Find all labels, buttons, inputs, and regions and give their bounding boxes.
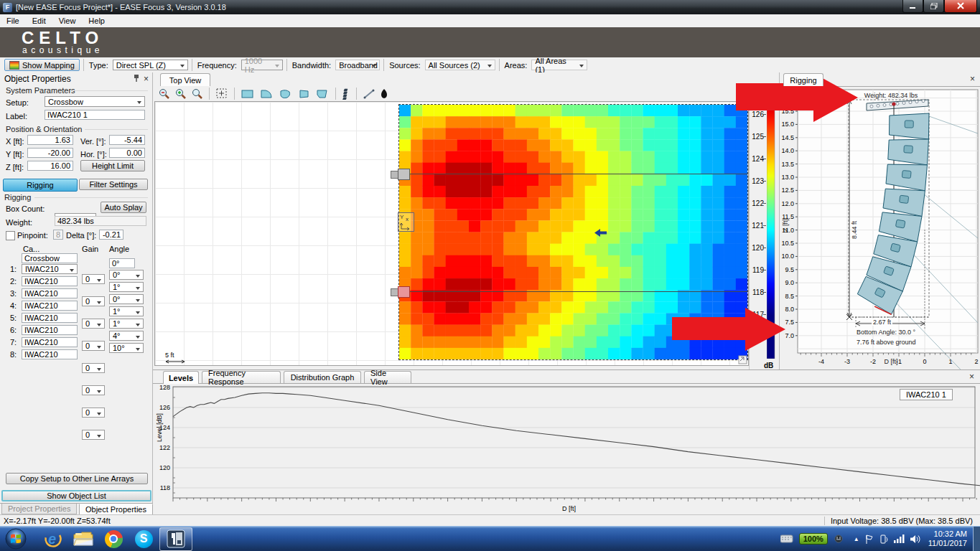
menu-file[interactable]: File — [0, 14, 26, 27]
bottom-tab-object-properties[interactable]: Object Properties — [79, 504, 153, 515]
listener-line-1[interactable] — [399, 174, 747, 174]
tab-rigging-view[interactable]: Rigging — [783, 73, 823, 86]
subwoofer-tool-icon[interactable] — [381, 88, 388, 99]
taskbar-clock[interactable]: 10:32 AM 11/01/2017 — [928, 529, 967, 548]
show-desktop-button[interactable] — [973, 527, 980, 551]
tab-top-view[interactable]: Top View — [160, 73, 210, 86]
zoom-window-icon[interactable] — [159, 88, 169, 99]
zoom-in-icon[interactable] — [175, 88, 186, 99]
array-name-input[interactable]: Crossbow — [22, 253, 78, 263]
tray-keyboard-icon[interactable] — [780, 534, 793, 543]
line1-handle[interactable] — [398, 169, 410, 180]
menu-help[interactable]: Help — [82, 14, 111, 27]
taskbar-skype[interactable]: S — [129, 527, 158, 551]
tab-side-view[interactable]: Side View — [364, 371, 411, 383]
tray-action-center-icon[interactable] — [865, 534, 874, 544]
zoom-out-icon[interactable] — [192, 88, 202, 99]
menu-edit[interactable]: Edit — [26, 14, 52, 27]
x-input[interactable]: 1.63 — [27, 135, 73, 145]
pin-icon[interactable] — [134, 75, 139, 83]
line2-handle[interactable] — [398, 286, 410, 298]
cabinet-model-4[interactable]: IWAC210 — [22, 301, 78, 311]
setup-dropdown[interactable]: Crossbow — [45, 96, 145, 107]
angle-input-top[interactable]: 0° — [109, 258, 135, 268]
rigging-close-icon[interactable]: × — [970, 74, 975, 84]
splay-angle-dropdown-2[interactable]: 1° — [109, 282, 144, 292]
cabinet-model-5[interactable]: IWAC210 — [22, 313, 78, 323]
taskbar-file-explorer[interactable] — [69, 527, 98, 551]
curved-area-icon[interactable] — [279, 89, 291, 99]
taskbar-chrome[interactable] — [99, 527, 128, 551]
delta-input[interactable]: -0.21 — [99, 230, 123, 240]
tray-device-icon[interactable] — [879, 534, 888, 544]
cabinet-model-8[interactable]: IWAC210 — [22, 349, 78, 359]
tray-volume-icon[interactable] — [910, 534, 921, 544]
menu-view[interactable]: View — [52, 14, 83, 27]
splay-angle-dropdown-4[interactable]: 1° — [109, 306, 144, 316]
gain-dropdown-2[interactable]: 0 — [82, 296, 105, 306]
gain-dropdown-3[interactable]: 0 — [82, 319, 105, 329]
tray-network-icon[interactable] — [894, 534, 905, 543]
copy-setup-button[interactable]: Copy Setup to Other Line Arrays — [6, 473, 148, 484]
z-input[interactable]: 16.00 — [27, 161, 73, 171]
splay-angle-dropdown-5[interactable]: 1° — [109, 319, 144, 329]
cabinet-model-6[interactable]: IWAC210 — [22, 325, 78, 335]
bottom-tab-project-properties[interactable]: Project Properties — [1, 504, 77, 514]
bandwidth-dropdown[interactable]: Broadband — [335, 60, 380, 70]
taskbar-ease-focus[interactable] — [159, 527, 192, 551]
ver-input[interactable]: -5.44 — [109, 135, 145, 145]
cabinet-model-1[interactable]: IWAC210 — [22, 264, 78, 274]
quarter-area-icon[interactable] — [260, 89, 273, 99]
line-array-tool-icon[interactable] — [342, 88, 350, 100]
minimize-button[interactable] — [902, 0, 923, 13]
cabinet-model-3[interactable]: IWAC210 — [22, 288, 78, 298]
show-mapping-button[interactable]: Show Mapping — [4, 59, 80, 71]
levels-close-icon[interactable]: × — [969, 372, 974, 382]
gain-dropdown-1[interactable]: 0 — [82, 274, 105, 284]
cabinet-model-2[interactable]: IWAC210 — [22, 276, 78, 286]
gain-dropdown-7[interactable]: 0 — [82, 408, 105, 418]
trapezoid-area-icon[interactable] — [297, 89, 310, 99]
gain-dropdown-5[interactable]: 0 — [82, 363, 105, 373]
taskbar-internet-explorer[interactable]: e — [39, 527, 67, 551]
cabinet-model-7[interactable]: IWAC210 — [22, 337, 78, 347]
tray-power-plug-icon[interactable] — [834, 534, 844, 543]
auto-splay-button[interactable]: Auto Splay — [101, 202, 146, 213]
measure-tool-icon[interactable] — [363, 89, 375, 99]
close-button[interactable] — [944, 0, 977, 13]
origin-marker[interactable]: Y x — [398, 212, 414, 232]
spl-map[interactable]: Y x — [398, 104, 748, 360]
tray-battery-indicator[interactable]: 100% — [799, 533, 828, 545]
tray-expand-icon[interactable]: ▲ — [854, 536, 859, 542]
areas-dropdown[interactable]: All Areas (1) — [531, 60, 587, 70]
restore-button[interactable] — [923, 0, 944, 13]
splay-angle-dropdown-1[interactable]: 0° — [109, 270, 144, 280]
gain-dropdown-8[interactable]: 0 — [82, 430, 105, 440]
splay-angle-dropdown-3[interactable]: 0° — [109, 294, 144, 304]
show-object-list-button[interactable]: Show Object List — [1, 490, 151, 501]
view-corner-icon[interactable] — [738, 355, 747, 364]
hor-input[interactable]: 0.00 — [109, 148, 145, 158]
polygon-area-icon[interactable] — [316, 89, 329, 99]
tab-rigging[interactable]: Rigging — [3, 179, 78, 192]
rect-area-icon[interactable] — [241, 89, 254, 99]
gain-dropdown-6[interactable]: 0 — [82, 385, 105, 395]
panel-close-icon[interactable]: × — [144, 74, 149, 84]
splay-angle-dropdown-7[interactable]: 10° — [109, 343, 144, 353]
tab-distribution-graph[interactable]: Distribution Graph — [284, 371, 361, 383]
rigging-diagram[interactable]: 15.515.014.514.013.513.012.512.011.511.0… — [780, 86, 980, 369]
y-input[interactable]: -20.00 — [27, 148, 73, 158]
pinpoint-checkbox[interactable] — [6, 231, 15, 240]
type-dropdown[interactable]: Direct SPL (Z) — [113, 60, 188, 70]
label-input[interactable]: IWAC210 1 — [45, 110, 145, 120]
height-limit-button[interactable]: Height Limit — [80, 160, 145, 171]
zoom-extents-icon[interactable] — [216, 88, 228, 99]
start-button[interactable] — [3, 527, 29, 551]
aim-arrow-icon[interactable] — [594, 229, 607, 237]
splay-angle-dropdown-6[interactable]: 4° — [109, 331, 144, 341]
top-view-canvas[interactable]: Y x 5 ft — [154, 101, 749, 366]
tab-levels[interactable]: Levels — [163, 371, 199, 384]
tab-frequency-response[interactable]: Frequency Response — [202, 371, 281, 383]
gain-dropdown-4[interactable]: 0 — [82, 341, 105, 351]
listener-line-2[interactable] — [399, 291, 747, 292]
